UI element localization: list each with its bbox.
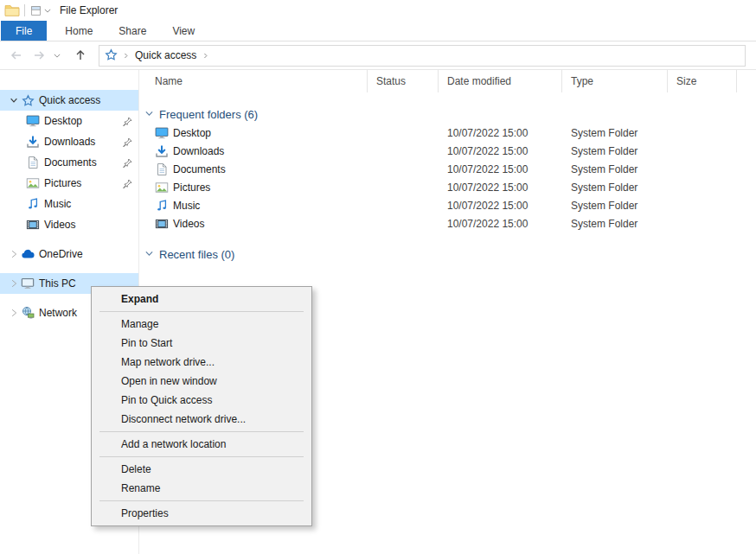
chevron-down-icon[interactable]	[144, 108, 156, 120]
sidebar-item-desktop[interactable]: Desktop	[0, 111, 138, 131]
desktop-icon	[26, 114, 40, 128]
file-size-cell	[668, 214, 737, 232]
quick-access-star-icon	[21, 93, 35, 107]
sidebar-item-label: Desktop	[44, 115, 82, 127]
sidebar-item-label: Downloads	[44, 136, 95, 148]
ribbon-tab-share[interactable]: Share	[108, 21, 157, 41]
explorer-folder-icon	[4, 3, 20, 18]
address-bar[interactable]: Quick access	[99, 45, 746, 67]
column-header-name[interactable]: Name	[139, 70, 368, 92]
recent-locations-dropdown[interactable]	[50, 44, 64, 67]
title-bar: File Explorer	[0, 0, 756, 21]
menu-separator	[99, 500, 304, 501]
file-size-cell	[668, 178, 737, 196]
chevron-down-icon[interactable]	[144, 248, 156, 260]
file-name-cell: Downloads	[139, 142, 368, 160]
chevron-right-icon[interactable]	[7, 247, 21, 261]
file-type-cell: System Folder	[562, 178, 668, 196]
sidebar-item-downloads[interactable]: Downloads	[0, 131, 138, 152]
sidebar-item-onedrive[interactable]: OneDrive	[0, 244, 138, 264]
sidebar-item-music[interactable]: Music	[0, 194, 138, 214]
forward-button[interactable]	[28, 44, 50, 67]
file-name-cell: Desktop	[139, 124, 368, 142]
breadcrumb-chevron-icon[interactable]	[122, 52, 130, 60]
menu-item-expand[interactable]: Expand	[92, 290, 311, 309]
chevron-right-icon[interactable]	[7, 306, 21, 320]
sidebar-item-pictures[interactable]: Pictures	[0, 173, 138, 194]
file-row-documents[interactable]: Documents10/07/2022 15:00System Folder	[139, 160, 756, 178]
group-header-recent-files-0[interactable]: Recent files (0)	[139, 245, 756, 264]
menu-item-disconnect-network-drive[interactable]: Disconnect network drive...	[92, 410, 311, 429]
up-button[interactable]	[69, 44, 92, 67]
chevron-right-icon[interactable]	[7, 277, 21, 290]
pin-icon	[122, 178, 133, 189]
menu-item-delete[interactable]: Delete	[92, 460, 311, 479]
file-name: Music	[173, 200, 200, 212]
back-button[interactable]	[5, 44, 28, 67]
navigation-bar: Quick access	[0, 41, 756, 70]
sidebar-item-quick-access[interactable]: Quick access	[0, 90, 138, 111]
sidebar-item-label: OneDrive	[39, 248, 83, 260]
menu-separator	[99, 431, 304, 432]
file-row-videos[interactable]: Videos10/07/2022 15:00System Folder	[139, 214, 756, 232]
breadcrumb-chevron-icon[interactable]	[202, 52, 209, 60]
file-row-pictures[interactable]: Pictures10/07/2022 15:00System Folder	[139, 178, 756, 196]
file-name: Desktop	[173, 127, 211, 139]
sidebar-item-label: Documents	[44, 156, 97, 169]
file-row-downloads[interactable]: Downloads10/07/2022 15:00System Folder	[139, 142, 756, 160]
file-row-desktop[interactable]: Desktop10/07/2022 15:00System Folder	[139, 124, 756, 142]
menu-item-map-network-drive[interactable]: Map network drive...	[92, 353, 311, 372]
pin-icon	[122, 116, 133, 127]
toolbar-separator	[24, 4, 25, 16]
menu-item-pin-to-start[interactable]: Pin to Start	[92, 334, 311, 353]
group-label: Recent files (0)	[159, 248, 234, 261]
file-status-cell	[368, 160, 439, 178]
file-date-modified-cell: 10/07/2022 15:00	[439, 142, 562, 160]
sidebar-item-videos[interactable]: Videos	[0, 214, 138, 235]
menu-item-rename[interactable]: Rename	[92, 479, 311, 498]
file-status-cell	[368, 142, 439, 160]
file-type-cell: System Folder	[562, 214, 668, 232]
file-size-cell	[668, 142, 737, 160]
downloads-icon	[26, 135, 40, 149]
menu-separator	[99, 311, 304, 312]
file-row-music[interactable]: Music10/07/2022 15:00System Folder	[139, 196, 756, 214]
column-header-type[interactable]: Type	[562, 70, 668, 92]
quick-access-toolbar-icon[interactable]	[29, 4, 42, 16]
sidebar-item-label: Network	[39, 307, 77, 319]
sidebar-item-label: Music	[44, 198, 71, 210]
group-header-frequent-folders-6[interactable]: Frequent folders (6)	[139, 105, 756, 124]
menu-item-add-a-network-location[interactable]: Add a network location	[92, 435, 311, 454]
file-name-cell: Pictures	[139, 178, 368, 196]
window-title: File Explorer	[60, 4, 118, 16]
file-status-cell	[368, 214, 439, 232]
menu-item-manage[interactable]: Manage	[92, 315, 311, 334]
file-date-modified-cell: 10/07/2022 15:00	[439, 214, 562, 232]
ribbon-tab-home[interactable]: Home	[54, 21, 103, 41]
breadcrumb-quick-access[interactable]: Quick access	[135, 49, 196, 61]
pin-icon	[122, 137, 133, 148]
file-size-cell	[668, 160, 737, 178]
pin-icon	[122, 157, 133, 169]
file-name: Pictures	[173, 181, 210, 194]
sidebar-item-label: Pictures	[44, 177, 81, 189]
menu-item-properties[interactable]: Properties	[92, 504, 311, 523]
desktop-icon	[155, 126, 169, 140]
column-header-date-modified[interactable]: Date modified	[439, 70, 562, 92]
file-name: Downloads	[173, 145, 224, 157]
menu-item-open-in-new-window[interactable]: Open in new window	[92, 372, 311, 391]
group-label: Frequent folders (6)	[159, 108, 258, 121]
file-name-cell: Videos	[139, 214, 368, 232]
menu-item-pin-to-quick-access[interactable]: Pin to Quick access	[92, 391, 311, 410]
ribbon-tab-file[interactable]: File	[1, 21, 47, 41]
sidebar-item-label: This PC	[39, 277, 76, 290]
column-header-status[interactable]: Status	[368, 70, 439, 92]
chevron-down-icon[interactable]	[7, 93, 21, 107]
music-icon	[26, 197, 40, 211]
file-date-modified-cell: 10/07/2022 15:00	[439, 160, 562, 178]
customize-toolbar-dropdown-icon[interactable]	[44, 9, 51, 13]
column-header-size[interactable]: Size	[668, 70, 737, 92]
sidebar-item-documents[interactable]: Documents	[0, 152, 138, 173]
file-list: Frequent folders (6)Desktop10/07/2022 15…	[139, 105, 756, 264]
ribbon-tab-view[interactable]: View	[162, 21, 205, 41]
